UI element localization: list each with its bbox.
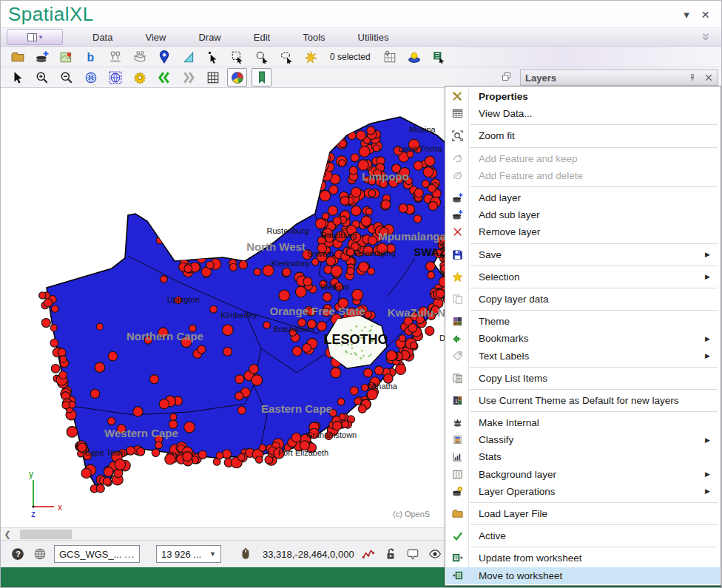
float-panel-icon[interactable]: [502, 72, 511, 81]
crs-more-button[interactable]: ...: [124, 549, 135, 560]
menu-item-label: Update from worksheet: [468, 552, 705, 564]
globe-box-button[interactable]: [105, 68, 125, 87]
blue-pin-icon: i: [158, 50, 171, 64]
gear-button[interactable]: [129, 68, 149, 87]
eye-icon[interactable]: [427, 547, 443, 561]
lock-open-icon[interactable]: [382, 547, 399, 561]
blue-pin-button[interactable]: i: [154, 47, 174, 66]
cursor-coordinates: 33,318,-28,464,0,000: [263, 549, 354, 560]
zoom-in-button[interactable]: [32, 68, 52, 87]
menu-item-use-current-theme-as-default-for-new-layers[interactable]: 1Use Current Theme as Default for new la…: [446, 392, 720, 409]
svg-text:Eastern Cape: Eastern Cape: [261, 402, 332, 415]
close-x-icon[interactable]: [704, 73, 713, 82]
menu-tab-tools[interactable]: Tools: [286, 30, 341, 45]
menu-separator: [470, 547, 718, 547]
menu-item-classify[interactable]: Classify▶: [446, 431, 720, 448]
close-icon[interactable]: ×: [701, 7, 709, 21]
chevrons-right-button[interactable]: [178, 68, 198, 87]
cursor-arrow-button[interactable]: [7, 68, 27, 87]
zigzag-icon[interactable]: [360, 547, 377, 561]
pin-icon[interactable]: [688, 73, 697, 82]
chevron-double-down-icon[interactable]: [701, 32, 711, 42]
scrollbar-thumb[interactable]: [20, 530, 72, 539]
menu-item-properties[interactable]: Properties: [446, 88, 720, 105]
select-zoom-button[interactable]: [252, 47, 271, 66]
comment-icon[interactable]: [405, 547, 421, 561]
zoom-out-button[interactable]: [56, 68, 76, 87]
menu-tab-edit[interactable]: Edit: [237, 30, 286, 45]
globe-button[interactable]: [81, 68, 101, 87]
menu-item-label: Stats: [468, 451, 705, 462]
menu-item-label: Active: [468, 530, 705, 541]
submenu-arrow-icon: ▶: [705, 436, 720, 444]
star-icon: [446, 271, 468, 283]
menu-item-theme[interactable]: Theme: [446, 313, 720, 330]
menu-item-selection[interactable]: Selection▶: [446, 268, 720, 285]
crs-field[interactable]: GCS_WGS_... ...: [54, 545, 140, 563]
submenu-arrow-icon: ▶: [705, 273, 720, 280]
zoom-out-icon: [60, 71, 73, 84]
chevrons-left-button[interactable]: [154, 68, 174, 87]
star-burst-button[interactable]: [300, 47, 320, 66]
add-layer-button[interactable]: [32, 47, 52, 66]
menu-item-copy-list-items[interactable]: Copy List Items: [446, 370, 720, 387]
box-pin-button[interactable]: [129, 47, 149, 66]
select-rect-icon: [231, 50, 244, 64]
select-point-button[interactable]: [203, 47, 223, 66]
folder-button[interactable]: [7, 47, 27, 66]
scale-dropdown[interactable]: 13 926 ... ▼: [156, 545, 221, 563]
menu-item-add-layer[interactable]: Add layer: [446, 189, 720, 206]
menu-item-bookmarks[interactable]: Bookmarks▶: [446, 330, 720, 347]
window-minimize-icon[interactable]: ▾: [684, 9, 689, 20]
svg-text:Port Elizabeth: Port Elizabeth: [278, 448, 328, 457]
svg-text:Klerksdorp: Klerksdorp: [271, 259, 311, 268]
menu-item-active[interactable]: Active: [446, 527, 720, 544]
menu-tab-draw[interactable]: Draw: [182, 30, 237, 45]
select-rect-button[interactable]: [227, 47, 247, 66]
menu-item-move-to-worksheet[interactable]: Move to worksheet: [446, 567, 720, 584]
svg-text:Mpumalanga: Mpumalanga: [378, 230, 446, 243]
people-pins-button[interactable]: [105, 47, 125, 66]
select-lasso-button[interactable]: [276, 47, 296, 66]
feature-keep-icon: [446, 153, 468, 164]
menu-item-stats[interactable]: Stats: [446, 448, 720, 465]
app-menu-button[interactable]: ▾: [7, 29, 63, 45]
map-pin-button[interactable]: [56, 47, 76, 66]
menu-item-update-from-worksheet[interactable]: Update from worksheet: [446, 550, 720, 567]
help-icon[interactable]: ?: [10, 547, 26, 561]
submenu-arrow-icon: ▶: [705, 335, 720, 342]
layers-panel-title: Layers: [525, 72, 556, 84]
select-lasso-icon: [280, 50, 293, 64]
scroll-left-icon[interactable]: ❮: [1, 528, 14, 541]
map-grid-button[interactable]: [380, 47, 400, 66]
menu-tab-view[interactable]: View: [129, 30, 182, 45]
excel-select-button[interactable]: [429, 47, 449, 66]
grid-icon: [206, 71, 220, 84]
globe-gray-icon[interactable]: [32, 547, 48, 561]
menu-tab-utilities[interactable]: Utilities: [342, 30, 405, 45]
grid-button[interactable]: [203, 68, 223, 87]
layers-panel-header[interactable]: Layers: [520, 70, 718, 86]
menu-item-text-labels[interactable]: Text Labels▶: [446, 347, 720, 364]
ribbon-green-icon: [255, 71, 269, 84]
menu-tab-data[interactable]: Data: [76, 30, 129, 45]
menu-item-background-layer[interactable]: Background layer▶: [446, 466, 720, 483]
svg-text:LESOTHO: LESOTHO: [323, 332, 388, 347]
menu-item-copy-layer-data[interactable]: Copy layer data: [446, 291, 720, 308]
menu-item-add-sub-layer[interactable]: Add sub layer: [446, 206, 720, 223]
menu-item-load-layer-file[interactable]: Load Layer File: [446, 505, 720, 522]
palette-pie-button[interactable]: [227, 68, 247, 87]
triangle-ruler-button[interactable]: [178, 47, 198, 66]
menu-item-label: Background layer: [468, 469, 705, 480]
svg-text:Orange Free State: Orange Free State: [269, 305, 365, 317]
menu-item-view-data[interactable]: View Data...: [446, 105, 720, 122]
menu-item-label: Save: [468, 249, 705, 260]
menu-item-layer-operations[interactable]: Layer Operations▶: [446, 483, 720, 500]
menu-item-remove-layer[interactable]: Remove layer: [446, 223, 720, 240]
ribbon-green-button[interactable]: [252, 68, 271, 87]
menu-item-make-internal[interactable]: Make Internal: [446, 414, 720, 431]
menu-item-save[interactable]: Save▶: [446, 246, 720, 263]
sun-layers-button[interactable]: [405, 47, 425, 66]
menu-item-zoom-fit[interactable]: Zoom fit: [446, 127, 720, 144]
bing-button[interactable]: b: [81, 47, 101, 66]
